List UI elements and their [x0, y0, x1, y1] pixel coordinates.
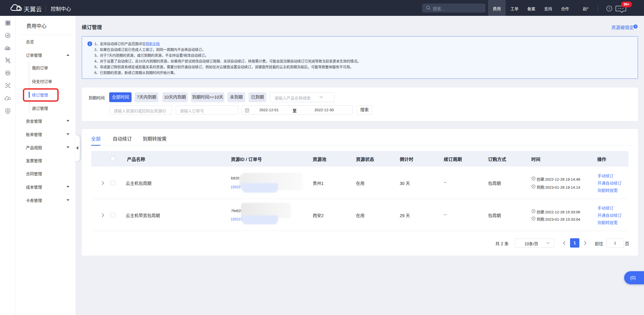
svg-text:?: ? — [635, 25, 636, 28]
svg-text:?: ? — [608, 7, 610, 11]
svg-text:VPC: VPC — [7, 60, 9, 61]
